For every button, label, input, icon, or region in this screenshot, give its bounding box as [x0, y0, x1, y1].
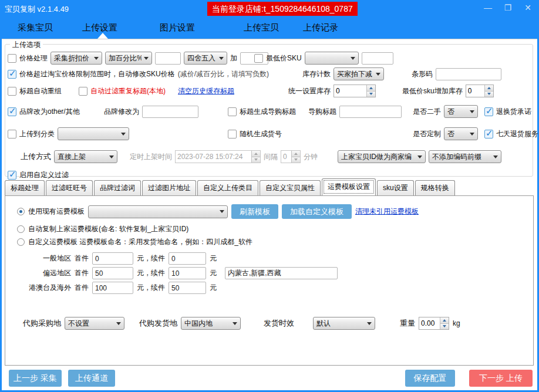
fee-first-input[interactable]: [92, 267, 133, 279]
price-limit-checkbox[interactable]: [8, 70, 16, 79]
schedule-time-input[interactable]: [176, 151, 251, 163]
maximize-icon[interactable]: ❐: [503, 3, 513, 12]
lowest-sku-select[interactable]: [305, 52, 359, 65]
purchase-place-select[interactable]: 不设置: [65, 317, 124, 330]
main-nav: 采集宝贝 上传设置 图片设置 上传宝贝 上传记录: [0, 18, 539, 39]
upload-to-category-checkbox[interactable]: [8, 130, 16, 138]
customized-select[interactable]: 否: [444, 127, 478, 140]
spinner-up-icon[interactable]: [485, 85, 493, 91]
spinner-up-icon[interactable]: [367, 85, 375, 91]
chevron-down-icon: [351, 57, 355, 60]
custom-template-radio[interactable]: [17, 238, 25, 246]
interval-stepper[interactable]: [281, 150, 301, 163]
spinner-down-icon[interactable]: [252, 157, 260, 163]
fee-next-input[interactable]: [169, 282, 206, 294]
price-percent-input[interactable]: [155, 52, 181, 65]
ftab-filter-image-url[interactable]: 过滤图片地址: [142, 180, 196, 195]
custom-filter-checkbox[interactable]: [8, 171, 16, 180]
schedule-time-stepper[interactable]: [175, 150, 261, 163]
fee-row-overseas: 港澳台及海外 首件 元，续件 元: [17, 282, 217, 294]
price-source-value: 采集折扣价: [54, 53, 92, 63]
random-item-no-checkbox[interactable]: [228, 130, 237, 138]
fee-first-input[interactable]: [92, 252, 133, 265]
ftab-spec-convert[interactable]: 规格转换: [415, 180, 455, 195]
weight-stepper[interactable]: [419, 317, 449, 330]
clean-unused-template-link[interactable]: 清理未引用运费模板: [355, 207, 419, 217]
guide-title-input[interactable]: [339, 106, 402, 118]
prev-step-collect-button[interactable]: 上一步 采集: [9, 370, 62, 387]
ftab-title-handle[interactable]: 标题处理: [5, 180, 45, 195]
price-source-select[interactable]: 采集折扣价: [50, 52, 102, 65]
spinner-down-icon[interactable]: [292, 157, 300, 163]
lowest-sku-stock-stepper[interactable]: [466, 85, 494, 97]
ship-place-select[interactable]: 中国内地: [181, 317, 241, 330]
filter-dup-title-checkbox[interactable]: [79, 87, 87, 96]
window-controls: — ❐ ✕: [483, 3, 533, 12]
lowest-sku-checkbox[interactable]: [254, 54, 263, 63]
seven-day-return-checkbox[interactable]: [484, 130, 493, 138]
ftab-sku-settings[interactable]: sku设置: [377, 180, 414, 195]
fee-first-input[interactable]: [92, 282, 133, 294]
upload-mode-select[interactable]: 直接上架: [54, 150, 117, 163]
upload-channel-button[interactable]: 上传通道: [68, 370, 115, 387]
uniform-stock-stepper[interactable]: [333, 85, 376, 97]
brand-other-checkbox[interactable]: [8, 107, 16, 116]
spinner-down-icon[interactable]: [440, 323, 449, 330]
auto-copy-template-radio[interactable]: [17, 225, 25, 233]
ftab-shipping-template[interactable]: 运费模板设置: [322, 178, 376, 195]
save-config-button[interactable]: 保存配置: [405, 370, 455, 387]
remote-areas-input[interactable]: [225, 267, 338, 279]
price-mode-select[interactable]: 加百分比%: [105, 52, 152, 65]
existing-template-radio[interactable]: [17, 208, 25, 215]
ship-time-select[interactable]: 默认: [313, 317, 375, 330]
uniform-stock-input[interactable]: [334, 85, 366, 97]
price-handle-checkbox[interactable]: [8, 54, 16, 63]
minimize-icon[interactable]: —: [483, 3, 493, 12]
ftab-brand-filter[interactable]: 品牌过滤词: [94, 180, 141, 195]
brand-modify-input[interactable]: [142, 106, 198, 118]
ftab-filter-wangwang[interactable]: 过滤旺旺号: [46, 180, 93, 195]
purchase-place-label: 代购采购地: [23, 318, 61, 329]
lowest-sku-stock-input[interactable]: [466, 85, 484, 97]
auto-copy-template-row: 自动复制上家运费模板(命名: 软件复制_上家宝贝ID): [17, 224, 188, 234]
fee-first-label: 首件: [75, 254, 89, 263]
nav-tab-collect[interactable]: 采集宝贝: [18, 22, 53, 33]
existing-template-label: 使用现有运费模板: [28, 207, 85, 217]
second-hand-select[interactable]: 否: [444, 105, 478, 118]
fee-first-label: 首件: [75, 283, 89, 293]
weight-input[interactable]: [419, 317, 440, 329]
spinner-down-icon[interactable]: [485, 91, 493, 97]
nav-tab-upload-records[interactable]: 上传记录: [303, 22, 338, 33]
fee-row-remote: 偏远地区 首件 元，续件 元: [17, 267, 338, 279]
template-select[interactable]: [88, 205, 228, 218]
next-step-upload-button[interactable]: 下一步 上传: [469, 370, 533, 387]
category-select[interactable]: [58, 127, 129, 140]
spinner-up-icon[interactable]: [440, 317, 449, 323]
fee-next-input[interactable]: [169, 267, 206, 279]
merchant-code-select[interactable]: 上家宝贝ID做为商家编: [338, 150, 426, 163]
fee-mid-label: 元，续件: [137, 268, 165, 278]
lowest-sku-input[interactable]: [362, 52, 393, 65]
nav-tab-upload-items[interactable]: 上传宝贝: [244, 22, 279, 33]
load-custom-template-button[interactable]: 加载自定义模板: [282, 204, 352, 219]
interval-input[interactable]: [281, 151, 291, 163]
barcode-input[interactable]: [436, 68, 501, 80]
ftab-custom-attrs[interactable]: 自定义宝贝属性: [260, 180, 321, 195]
code-prefix-select[interactable]: 不添加编码前缀: [429, 150, 501, 163]
nav-tab-upload-settings[interactable]: 上传设置: [82, 22, 117, 33]
clear-title-cache-link[interactable]: 清空历史缓存标题: [178, 86, 234, 96]
refresh-template-button[interactable]: 刷新模板: [231, 204, 278, 219]
stock-count-select[interactable]: 买家拍下减: [333, 67, 384, 80]
gen-guide-title-checkbox[interactable]: [228, 107, 237, 116]
title-regroup-checkbox[interactable]: [8, 87, 16, 96]
spinner-down-icon[interactable]: [367, 91, 375, 97]
fee-next-input[interactable]: [169, 252, 206, 265]
return-promise-checkbox[interactable]: [484, 107, 493, 116]
nav-tab-image-settings[interactable]: 图片设置: [160, 22, 195, 33]
spinner-up-icon[interactable]: [252, 151, 260, 157]
spinner-up-icon[interactable]: [292, 151, 300, 157]
ftab-custom-category[interactable]: 自定义上传类目: [197, 180, 258, 195]
close-icon[interactable]: ✕: [523, 3, 533, 12]
fee-first-label: 首件: [75, 268, 89, 278]
rounding-select[interactable]: 四舍五入: [184, 52, 227, 65]
